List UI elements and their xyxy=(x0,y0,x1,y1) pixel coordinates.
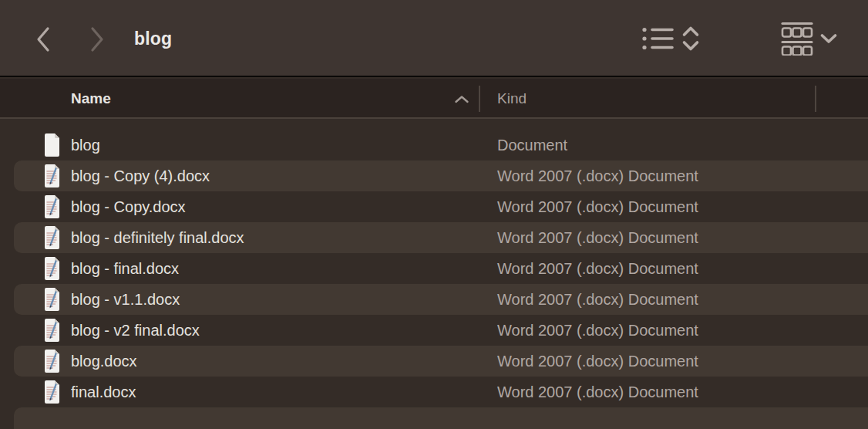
column-header-kind[interactable]: Kind xyxy=(497,79,527,119)
file-kind: Word 2007 (.docx) Document xyxy=(497,377,698,407)
sort-view-control[interactable] xyxy=(642,0,700,77)
file-kind: Word 2007 (.docx) Document xyxy=(497,222,698,253)
file-name: blog.docx xyxy=(71,346,490,377)
docx-document-icon xyxy=(42,164,61,187)
chevron-down-icon xyxy=(820,32,837,45)
plain-document-icon xyxy=(42,133,61,157)
chevron-up-down-icon xyxy=(681,25,700,52)
docx-document-icon xyxy=(42,257,61,280)
file-row[interactable]: blog - Copy.docx Word 2007 (.docx) Docum… xyxy=(0,191,868,222)
file-row[interactable]: blog - v1.1.docx Word 2007 (.docx) Docum… xyxy=(0,284,868,315)
docx-document-icon xyxy=(42,195,61,218)
file-name: blog - definitely final.docx xyxy=(71,222,490,253)
docx-document-icon xyxy=(42,226,61,249)
file-name: final.docx xyxy=(71,377,490,407)
file-row[interactable]: blog - final.docx Word 2007 (.docx) Docu… xyxy=(0,253,868,284)
file-row[interactable]: blog - definitely final.docx Word 2007 (… xyxy=(0,222,868,253)
back-button[interactable] xyxy=(28,25,59,54)
file-kind: Word 2007 (.docx) Document xyxy=(497,315,698,346)
column-resize-handle-kind-end[interactable] xyxy=(815,86,816,112)
forward-button[interactable] xyxy=(82,25,113,54)
sort-ascending-icon xyxy=(454,95,469,104)
file-row[interactable]: final.docx Word 2007 (.docx) Document xyxy=(0,377,868,407)
file-kind: Word 2007 (.docx) Document xyxy=(497,253,698,284)
file-name: blog - final.docx xyxy=(71,253,490,284)
file-list: blog Document blog - Copy (4).docx Word … xyxy=(0,120,868,429)
file-name: blog - Copy (4).docx xyxy=(71,160,490,191)
toolbar: blog xyxy=(0,0,868,77)
file-name: blog - Copy.docx xyxy=(71,191,490,222)
docx-document-icon xyxy=(42,319,61,342)
empty-stripe-row xyxy=(0,407,868,429)
file-kind: Word 2007 (.docx) Document xyxy=(497,160,698,191)
chevron-right-icon xyxy=(89,26,106,52)
file-row[interactable]: blog - Copy (4).docx Word 2007 (.docx) D… xyxy=(0,160,868,191)
file-row[interactable]: blog.docx Word 2007 (.docx) Document xyxy=(0,346,868,377)
column-header-name[interactable]: Name xyxy=(71,79,111,119)
docx-document-icon xyxy=(42,350,61,373)
file-row[interactable]: blog Document xyxy=(0,130,868,160)
file-kind: Word 2007 (.docx) Document xyxy=(497,191,698,222)
finder-window: blog xyxy=(0,0,868,429)
file-kind: Document xyxy=(497,130,567,160)
file-name: blog - v1.1.docx xyxy=(71,284,490,315)
file-row[interactable]: blog - v2 final.docx Word 2007 (.docx) D… xyxy=(0,315,868,346)
file-kind: Word 2007 (.docx) Document xyxy=(497,346,698,377)
column-resize-handle-name-kind[interactable] xyxy=(479,86,480,112)
chevron-left-icon xyxy=(35,26,52,52)
group-view-control[interactable] xyxy=(781,0,837,77)
column-header-row: Name Kind xyxy=(0,79,868,119)
list-view-icon xyxy=(642,27,675,50)
window-title: blog xyxy=(134,0,172,77)
group-view-icon xyxy=(781,22,813,56)
docx-document-icon xyxy=(42,380,61,404)
file-name: blog xyxy=(71,130,490,160)
docx-document-icon xyxy=(42,288,61,311)
file-kind: Word 2007 (.docx) Document xyxy=(497,284,698,315)
file-name: blog - v2 final.docx xyxy=(71,315,490,346)
